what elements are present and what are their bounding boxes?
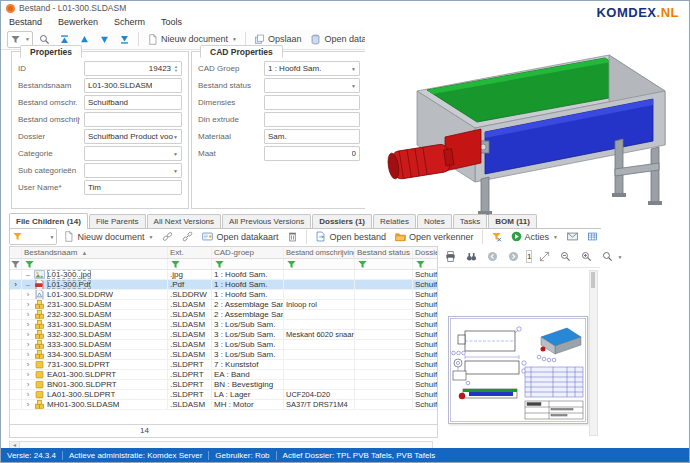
expand-icon[interactable]: › (24, 341, 32, 349)
field-input-id[interactable]: 19423▲▼ (84, 61, 182, 76)
cell-bestandsnaam[interactable]: › 332-300.SLDASM (22, 330, 168, 339)
grid-row[interactable]: › MH01-300.SLDASM .SLDASM MH : Motor SA3… (10, 400, 437, 410)
tab-file-parents[interactable]: File Parents (89, 214, 146, 228)
page-number-input[interactable]: 1 (526, 250, 532, 263)
grid-row[interactable]: › 333-300.SLDASM .SLDASM 3 : Los/Sub Sam… (10, 340, 437, 350)
field-input-materiaal[interactable]: Sam. (264, 129, 360, 144)
cell-bestandsnaam[interactable]: – L01-300..jpg (22, 270, 168, 279)
grid-filter-cell[interactable] (168, 259, 212, 269)
menu-scherm[interactable]: Scherm (114, 17, 145, 27)
grid-acties-button[interactable]: Acties▼ (508, 229, 561, 244)
field-input-bestand-status[interactable]: ▼ (264, 78, 360, 93)
preview-body[interactable] (438, 268, 600, 438)
expand-icon[interactable]: › (24, 321, 32, 329)
cell-bestandsnaam[interactable]: › 731-300.SLDPRT (22, 360, 168, 369)
3d-viewport[interactable] (365, 29, 689, 215)
tab-all-previous-versions[interactable]: All Previous Versions (222, 214, 311, 228)
grid-column-header[interactable]: Dossier (413, 247, 437, 258)
grid-filter-combo[interactable]: ▼ (9, 228, 57, 245)
cell-bestandsnaam[interactable]: › 333-300.SLDASM (22, 340, 168, 349)
grid-row[interactable]: › BN01-300.SLDPRT .SLDPRT BN : Bevestigi… (10, 380, 437, 390)
link-button[interactable] (159, 229, 176, 244)
field-input-dimensies[interactable] (264, 95, 360, 110)
preview-scrollbar[interactable] (589, 270, 598, 436)
drawing-page[interactable] (448, 316, 588, 424)
grid-column-header[interactable]: Bestandsnaam▲ (22, 247, 168, 258)
grid-row[interactable]: › 331-300.SLDASM .SLDASM 3 : Los/Sub Sam… (10, 320, 437, 330)
field-input-categorie[interactable]: ▼ (84, 146, 182, 161)
field-input-din-extrude[interactable] (264, 112, 360, 127)
tab-dossiers-1-[interactable]: Dossiers (1) (312, 214, 372, 228)
cell-bestandsnaam[interactable]: › 331-300.SLDASM (22, 320, 168, 329)
expand-icon[interactable]: › (24, 291, 32, 299)
grid-row[interactable]: › – L01-300.Pdf .Pdf 1 : Hoofd Sam. Schu… (10, 280, 437, 290)
spinner-icons[interactable]: ▲▼ (174, 65, 178, 73)
open-datakaart-button[interactable]: Open datakaart (199, 229, 281, 244)
preview-scrollbar-thumb[interactable] (591, 272, 595, 288)
grid-row[interactable]: › 231-300.SLDASM .SLDASM 2 : Assemblage … (10, 300, 437, 310)
grid-column-header[interactable]: CAD-groep (212, 247, 284, 258)
preview-printer-button[interactable] (442, 249, 459, 264)
cell-bestandsnaam[interactable]: › 231-300.SLDASM (22, 300, 168, 309)
grid-filter-cell[interactable] (355, 259, 413, 269)
expand-icon[interactable]: › (24, 371, 32, 379)
grid-row[interactable]: › 731-300.SLDPRT .SLDPRT 7 : Kunststof S… (10, 360, 437, 370)
field-input-cad-groep[interactable]: 1 : Hoofd Sam.▼ (264, 61, 360, 76)
field-input-sub-categorie-n[interactable]: ▼ (84, 163, 182, 178)
grid-filter-cell[interactable] (212, 259, 284, 269)
expand-icon[interactable]: › (24, 331, 32, 339)
expand-icon[interactable]: › (24, 301, 32, 309)
field-input-bestand-omschr-tekst[interactable]: Schuifband (84, 95, 182, 110)
grid-new-document-button[interactable]: Nieuw document▼ (60, 229, 156, 244)
nav-last-button[interactable] (116, 32, 133, 47)
field-input-bestand-omschrijving[interactable] (84, 112, 182, 127)
preview-binocular-button[interactable] (463, 249, 480, 264)
grid-column-header[interactable]: Bestand status (355, 247, 413, 258)
expand-icon[interactable]: › (24, 351, 32, 359)
grid-open-bestand-button[interactable]: Open bestand (312, 229, 389, 244)
menu-tools[interactable]: Tools (161, 17, 182, 27)
grid-row[interactable]: › L01-300.SLDDRW .SLDDRW 1 : Hoofd Sam. … (10, 290, 437, 300)
field-input-user-name-[interactable]: Tim (84, 180, 182, 195)
grid-filter-cell[interactable] (284, 259, 355, 269)
tab-file-children-14-[interactable]: File Children (14) (9, 213, 88, 229)
tab-notes[interactable]: Notes (417, 214, 452, 228)
grid-export-button[interactable] (584, 229, 601, 244)
trash-button[interactable] (284, 229, 301, 244)
grid-column-header[interactable]: Ext. (168, 247, 212, 258)
grid-row[interactable]: – L01-300..jpg .jpg 1 : Hoofd Sam. Schui… (10, 270, 437, 280)
grid-filter-cell[interactable] (22, 259, 168, 269)
cell-bestandsnaam[interactable]: – L01-300.Pdf (22, 280, 168, 289)
menu-bestand[interactable]: Bestand (9, 17, 42, 27)
expand-icon[interactable]: › (24, 381, 32, 389)
field-input-bestandsnaam[interactable]: L01-300.SLDASM (84, 78, 182, 93)
unlink-button[interactable] (179, 229, 196, 244)
nav-next-button[interactable] (96, 32, 113, 47)
grid-mail-button[interactable] (564, 229, 581, 244)
cell-bestandsnaam[interactable]: › 232-300.SLDASM (22, 310, 168, 319)
properties-panel-title[interactable]: Properties (20, 45, 82, 58)
tab-bom-11-[interactable]: BOM (11) (488, 214, 537, 228)
grid-row[interactable]: › 334-300.SLDASM .SLDASM 3 : Los/Sub Sam… (10, 350, 437, 360)
cell-bestandsnaam[interactable]: › 334-300.SLDASM (22, 350, 168, 359)
cell-bestandsnaam[interactable]: › LA01-300.SLDPRT (22, 390, 168, 399)
grid-filter-cell[interactable] (413, 259, 437, 269)
grid-row[interactable]: › 332-300.SLDASM .SLDASM 3 : Los/Sub Sam… (10, 330, 437, 340)
grid-open-verkenner-button[interactable]: Open verkenner (392, 229, 477, 244)
expand-icon[interactable]: › (24, 311, 32, 319)
menu-bewerken[interactable]: Bewerken (58, 17, 98, 27)
preview-ratio-button[interactable] (536, 249, 553, 264)
preview-zoom-out-button[interactable] (557, 249, 574, 264)
tab-tasks[interactable]: Tasks (453, 214, 487, 228)
preview-circle-prev-button[interactable] (484, 249, 501, 264)
tab-relaties[interactable]: Relaties (373, 214, 416, 228)
preview-zoom-in-button[interactable] (578, 249, 595, 264)
cell-bestandsnaam[interactable]: › BN01-300.SLDPRT (22, 380, 168, 389)
field-input-maat[interactable]: 0 (264, 146, 360, 161)
grid-row[interactable]: › LA01-300.SLDPRT .SLDPRT LA : Lager UCF… (10, 390, 437, 400)
field-input-dossier[interactable]: Schuifband Product voorbeeld▼ (84, 129, 182, 144)
cell-bestandsnaam[interactable]: › EA01-300.SLDPRT (22, 370, 168, 379)
grid-row[interactable]: › EA01-300.SLDPRT .SLDPRT EA : Band Schu… (10, 370, 437, 380)
grid-row[interactable]: › 232-300.SLDASM .SLDASM 2 : Assemblage … (10, 310, 437, 320)
expand-icon[interactable]: › (24, 401, 32, 409)
